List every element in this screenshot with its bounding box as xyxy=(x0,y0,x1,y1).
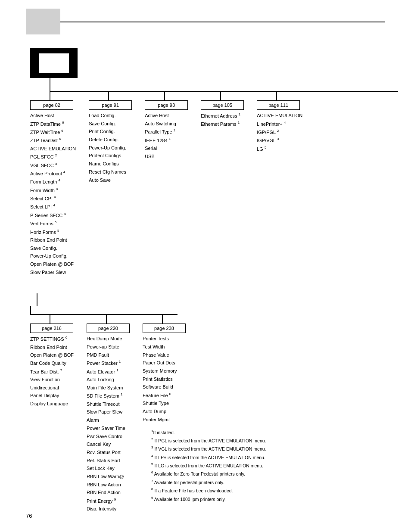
items-91: Load Config. Save Config. Print Config. … xyxy=(89,110,126,184)
page-box-216: page 216 xyxy=(30,324,73,333)
top-tree: page 82 Active Host ZTP DataTime 6 ZTP W… xyxy=(30,91,385,276)
root-block-inner xyxy=(39,53,69,73)
top-tree-boxes: page 82 Active Host ZTP DataTime 6 ZTP W… xyxy=(30,92,385,276)
v-line-111 xyxy=(276,92,277,100)
box-220-col: page 220 Hex Dump Mode Power-up State PM… xyxy=(87,315,130,513)
items-238: Printer Tests Test Width Phase Value Pap… xyxy=(143,333,177,423)
v-line-216 xyxy=(50,315,50,324)
page-box-91: page 91 xyxy=(89,100,132,110)
v-line-82 xyxy=(50,92,50,100)
page-box-220: page 220 xyxy=(87,324,130,333)
v-line-93 xyxy=(164,92,165,100)
root-block xyxy=(30,48,78,78)
root-v-line xyxy=(50,78,50,91)
items-111: ACTIVE EMULATION LinePrinter+ 4 IGP/PGL … xyxy=(257,110,302,153)
footnotes: 1If installed. 2 If PGL is selected from… xyxy=(151,428,266,504)
bottom-section: page 216 ZTP SETTINGS 6 Ribbon End Point… xyxy=(30,293,385,513)
items-216: ZTP SETTINGS 6 Ribbon End Point Open Pla… xyxy=(30,333,74,408)
box-82-col: page 82 Active Host ZTP DataTime 6 ZTP W… xyxy=(30,92,76,276)
box-93-col: page 93 Active Host Auto Switching Paral… xyxy=(145,92,188,160)
bottom-v-line-top xyxy=(37,293,37,306)
box-105-col: page 105 Ethernet Address 1 Ethernet Par… xyxy=(201,92,244,128)
bottom-left-bracket xyxy=(30,306,31,315)
page-box-238: page 238 xyxy=(143,324,186,333)
box-238-col: page 238 Printer Tests Test Width Phase … xyxy=(143,315,266,503)
box-91-col: page 91 Load Config. Save Config. Print … xyxy=(89,92,132,184)
items-82: Active Host ZTP DataTime 6 ZTP WaitTime … xyxy=(30,110,76,276)
v-line-91 xyxy=(108,92,109,100)
v-line-238 xyxy=(162,315,163,324)
box-111-col: page 111 ACTIVE EMULATION LinePrinter+ 4… xyxy=(257,92,302,153)
page-box-82: page 82 xyxy=(30,100,73,110)
page-box-105: page 105 xyxy=(201,100,244,110)
root-node-container xyxy=(26,48,385,91)
section-divider xyxy=(26,39,385,39)
bottom-boxes: page 216 ZTP SETTINGS 6 Ribbon End Point… xyxy=(30,315,385,513)
items-105: Ethernet Address 1 Ethernet Params 1 xyxy=(201,110,240,128)
top-h-connector xyxy=(50,91,398,92)
items-93: Active Host Auto Switching Parallel Type… xyxy=(145,110,176,160)
page-box-111: page 111 xyxy=(257,100,300,110)
v-line-105 xyxy=(220,92,221,100)
top-bar xyxy=(26,9,385,34)
top-bar-line xyxy=(60,22,385,22)
items-220: Hex Dump Mode Power-up State PMD Fault P… xyxy=(87,333,125,513)
top-bar-block xyxy=(26,9,60,34)
box-216-col: page 216 ZTP SETTINGS 6 Ribbon End Point… xyxy=(30,315,74,408)
page-box-93: page 93 xyxy=(145,100,188,110)
page-number: 76 xyxy=(26,513,32,519)
v-line-220 xyxy=(106,315,107,324)
